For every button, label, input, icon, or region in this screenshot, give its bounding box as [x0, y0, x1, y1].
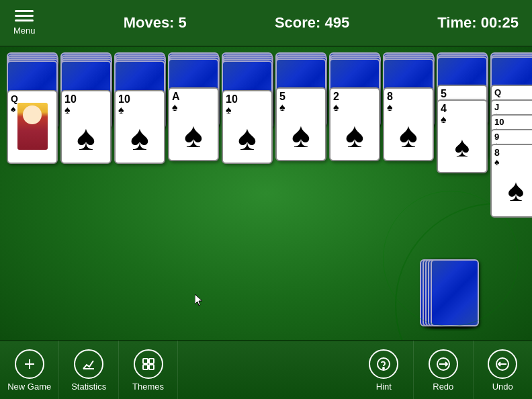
svg-marker-0: [195, 294, 202, 306]
redo-button[interactable]: Redo: [414, 341, 473, 399]
face-card-area-10: Q ♠ J ♠ 10 ♠ 9 ♠: [490, 85, 525, 259]
undo-label: Undo: [492, 382, 513, 392]
card-rank: 4: [441, 103, 484, 114]
card-8-spades-10[interactable]: 8 ♠ ♠: [490, 144, 532, 218]
card-suit: ♠: [172, 102, 215, 113]
footer-toolbar: New Game Statistics Themes: [0, 340, 532, 399]
new-game-icon: [15, 349, 44, 379]
card-suit: ♠: [118, 105, 161, 116]
svg-rect-7: [149, 365, 154, 369]
svg-rect-6: [143, 365, 148, 369]
new-game-label: New Game: [7, 382, 51, 392]
card-columns: Q ♠ 10: [7, 52, 525, 259]
menu-button[interactable]: Menu: [13, 10, 36, 36]
card-rank: 10: [494, 118, 532, 126]
card-suit: ♠: [64, 105, 107, 116]
card-rank: 9: [494, 132, 532, 141]
card-suit: ♠: [441, 114, 484, 125]
face-card-area: 5 ♠ ♠ 4 ♠ ♠: [437, 85, 488, 159]
card-4-spades-9[interactable]: 4 ♠ ♠: [437, 99, 488, 173]
column-9[interactable]: 5 ♠ ♠ 4 ♠ ♠: [437, 52, 488, 259]
column-4[interactable]: A ♠ ♠: [168, 52, 219, 259]
spade-icon: ♠: [508, 172, 524, 208]
deck-card: [420, 259, 468, 326]
card-rank: 5: [441, 89, 484, 99]
card-8-spades[interactable]: 8 ♠ ♠: [383, 87, 434, 161]
face-card-area: 8 ♠ ♠: [383, 87, 434, 161]
card-rank: 10: [226, 94, 269, 105]
spade-icon: ♠: [399, 118, 418, 152]
face-card-area: 2 ♠ ♠: [329, 87, 380, 161]
card-5-spades[interactable]: 5 ♠ ♠: [275, 87, 326, 161]
card-rank: A: [172, 91, 215, 102]
score-display: Score: 495: [275, 14, 349, 32]
column-8[interactable]: 8 ♠ ♠: [383, 52, 434, 259]
themes-label: Themes: [132, 382, 164, 392]
face-card-area: 10 ♠ ♠: [60, 90, 112, 164]
moves-display: Moves: 5: [124, 14, 187, 32]
spade-icon: ♠: [238, 120, 257, 155]
column-6[interactable]: 5 ♠ ♠: [275, 52, 326, 259]
face-down-pile-1: [7, 52, 58, 71]
hint-button[interactable]: Hint: [355, 341, 414, 399]
queen-body: [17, 103, 48, 150]
statistics-icon: [74, 349, 103, 379]
spade-icon: ♠: [345, 118, 364, 152]
card-center: ♠: [172, 113, 215, 157]
column-7[interactable]: 2 ♠ ♠: [329, 52, 380, 259]
spade-icon: ♠: [184, 118, 203, 152]
card-center: ♠: [494, 167, 532, 214]
card-2-spades[interactable]: 2 ♠ ♠: [329, 87, 380, 161]
card-rank: 5: [279, 91, 322, 102]
svg-rect-5: [149, 359, 154, 363]
face-card-area: Q ♠: [7, 90, 58, 164]
game-area[interactable]: Q ♠ 10: [0, 47, 532, 340]
column-3[interactable]: 10 ♠ ♠: [114, 52, 165, 259]
card-rank: 8: [387, 91, 430, 102]
themes-icon: [134, 349, 163, 379]
undo-button[interactable]: Undo: [474, 341, 532, 399]
card-center: ♠: [333, 113, 376, 157]
statistics-button[interactable]: Statistics: [59, 341, 118, 399]
card-suit: ♠: [494, 157, 532, 167]
card-suit: ♠: [333, 102, 376, 113]
deck-pile[interactable]: [420, 259, 482, 326]
column-2[interactable]: 10 ♠ ♠: [60, 52, 112, 259]
face-down-pile-8: [383, 52, 434, 71]
themes-button[interactable]: Themes: [119, 341, 178, 399]
game-header: Menu Moves: 5 Score: 495 Time: 00:25: [0, 0, 532, 47]
cursor: [195, 294, 203, 306]
statistics-label: Statistics: [71, 382, 106, 392]
card-center: ♠: [279, 113, 322, 157]
hint-icon: [369, 349, 398, 379]
new-game-button[interactable]: New Game: [0, 341, 59, 399]
card-queen-spades[interactable]: Q ♠: [7, 90, 58, 164]
column-1[interactable]: Q ♠: [7, 52, 58, 259]
face-down-pile-9: [437, 52, 488, 71]
card-rank: J: [494, 103, 532, 112]
face-down-pile-7: [329, 52, 380, 71]
card-10-spades-2[interactable]: 10 ♠ ♠: [60, 90, 112, 164]
card-10-spades-5[interactable]: 10 ♠ ♠: [222, 90, 273, 164]
redo-label: Redo: [433, 382, 453, 392]
spade-icon: ♠: [292, 118, 310, 152]
card-center: ♠: [226, 116, 269, 160]
face-down-pile-2: [60, 52, 112, 71]
card-rank: 2: [333, 91, 376, 102]
spade-icon: ♠: [455, 133, 470, 161]
svg-rect-4: [143, 359, 148, 363]
card-rank: 10: [118, 94, 161, 105]
svg-point-9: [383, 367, 384, 369]
card-10-spades-3[interactable]: 10 ♠ ♠: [114, 90, 165, 164]
card-ace-spades[interactable]: A ♠ ♠: [168, 87, 219, 161]
card-suit: ♠: [279, 102, 322, 113]
card-center: ♠: [441, 125, 484, 169]
column-5[interactable]: 10 ♠ ♠: [222, 52, 273, 259]
column-10[interactable]: Q ♠ J ♠ 10 ♠ 9 ♠: [490, 52, 525, 259]
deck-card: [423, 259, 471, 326]
card-center: ♠: [64, 116, 107, 160]
card-suit: ♠: [226, 105, 269, 116]
queen-head: [23, 105, 42, 124]
face-down-pile-10: [490, 52, 525, 71]
undo-icon: [488, 349, 517, 379]
